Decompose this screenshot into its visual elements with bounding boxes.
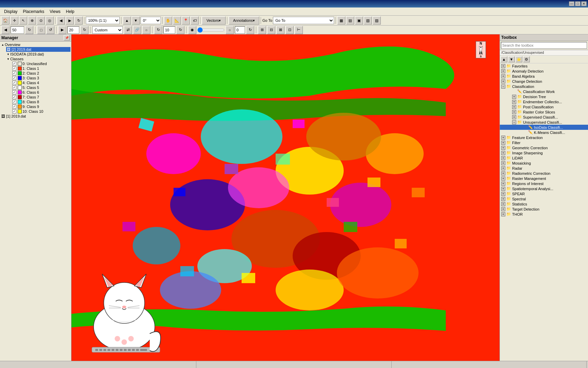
toolbox-item-10[interactable]: +📁Supervised Classifi... — [500, 114, 588, 120]
btn-refresh3[interactable]: ↻ — [80, 26, 88, 34]
btn-tool2[interactable]: ⊟ — [267, 26, 275, 34]
annotations-button[interactable]: Annotations▾ — [229, 16, 259, 25]
expand-25[interactable]: + — [501, 192, 505, 196]
btn-play[interactable]: ▶ — [58, 26, 66, 34]
toolbox-item-11[interactable]: −📁Unsupervised Classifi... — [500, 120, 588, 125]
btn-tool3[interactable]: ⊠ — [276, 26, 284, 34]
expand-11[interactable]: − — [512, 120, 516, 124]
btn-tool1[interactable]: ⊞ — [258, 26, 266, 34]
toolbox-item-4[interactable]: −📁Classification — [500, 84, 588, 89]
btn-pan[interactable]: ✋ — [164, 16, 172, 25]
class-item-8[interactable]: ✓ 8: Class 8 — [12, 99, 70, 104]
expand-23[interactable]: + — [501, 182, 505, 186]
toolbox-item-6[interactable]: +📁Decision Tree — [500, 94, 588, 99]
expand-19[interactable]: + — [501, 161, 505, 165]
zoom-dropdown[interactable]: 100% (1:1) 50% 200% — [86, 17, 120, 24]
toolbox-item-0[interactable]: +📁Favorites — [500, 63, 588, 68]
expand-24[interactable]: + — [501, 187, 505, 191]
file-bottom-item[interactable]: 🖼 [1] 2019.dat — [1, 114, 70, 119]
minimize-button[interactable]: — — [569, 1, 574, 6]
toolbox-item-14[interactable]: +📁Feature Extraction — [500, 135, 588, 140]
class-item-3[interactable]: ✓ 3: Class 3 — [12, 76, 70, 80]
expand-29[interactable]: + — [501, 212, 505, 216]
value4-input[interactable] — [235, 26, 245, 34]
toolbox-item-20[interactable]: +📁Radar — [500, 166, 588, 171]
custom-dropdown[interactable]: Custom — [92, 26, 123, 34]
goto-dropdown[interactable]: Go To — [273, 17, 334, 24]
toolbox-item-13[interactable]: ✏️K-Means Classifi... — [500, 130, 588, 135]
toolbox-item-29[interactable]: +📁THOR — [500, 212, 588, 217]
toolbox-item-3[interactable]: +📁Change Detection — [500, 79, 588, 84]
toolbox-item-18[interactable]: +📁LiDAR — [500, 155, 588, 160]
expand-2[interactable]: + — [501, 74, 505, 78]
expand-15[interactable]: + — [501, 141, 505, 145]
expand-4[interactable]: − — [501, 85, 505, 89]
toolbox-item-1[interactable]: +📁Anomaly Detection — [500, 68, 588, 74]
class-checkbox-4[interactable]: ✓ — [12, 81, 16, 85]
expand-17[interactable]: + — [501, 151, 505, 155]
class-item-2[interactable]: ✓ 2: Class 2 — [12, 71, 70, 76]
class-checkbox-7[interactable]: ✓ — [12, 95, 16, 99]
class-item-1[interactable]: ✓ 1: Class 1 — [12, 66, 70, 71]
toolbox-item-12[interactable]: ✏️IsoData Classifi... — [500, 125, 588, 130]
btn-zoom-down[interactable]: ▼ — [132, 16, 140, 25]
btn-circle2[interactable]: ◉ — [188, 26, 196, 34]
maximize-button[interactable]: □ — [575, 1, 581, 6]
btn-measure[interactable]: 📐 — [173, 16, 181, 25]
btn-refresh4[interactable]: ↻ — [154, 26, 162, 34]
btn-nav1[interactable]: ⊕ — [28, 16, 36, 25]
btn-tool5[interactable]: ⊢ — [295, 26, 303, 34]
expand-18[interactable]: + — [501, 156, 505, 160]
toolbox-item-25[interactable]: +📁SPEAR — [500, 191, 588, 196]
btn-prev[interactable]: ◀ — [57, 16, 65, 25]
btn-back[interactable]: ◀ — [1, 26, 10, 34]
class-checkbox-10[interactable]: ✓ — [12, 109, 16, 113]
toolbox-btn2[interactable]: ⚙ — [523, 56, 530, 62]
btn-refresh5[interactable]: ↻ — [176, 26, 184, 34]
expand-7[interactable]: + — [512, 100, 516, 104]
toolbox-item-22[interactable]: +📁Raster Management — [500, 176, 588, 181]
class-item-0[interactable]: ✓ 0: Unclassified — [12, 61, 70, 66]
class-checkbox-1[interactable]: ✓ — [12, 66, 16, 71]
menu-display[interactable]: Display — [1, 9, 20, 15]
btn-nav3[interactable]: ◎ — [46, 16, 54, 25]
toolbox-nav-down[interactable]: ▼ — [508, 56, 515, 62]
file-selected-item[interactable]: 🖼 [2] 2019.dat — [6, 47, 70, 52]
rotation-dropdown[interactable]: 0° 90° 180° — [141, 17, 161, 24]
map-area[interactable]: N S — [71, 34, 500, 361]
expand-10[interactable]: + — [512, 115, 516, 119]
menu-views[interactable]: Views — [47, 9, 63, 15]
btn-crosshair[interactable]: ✛ — [10, 16, 18, 25]
btn-refresh6[interactable]: ↻ — [246, 26, 254, 34]
toolbox-item-15[interactable]: +📁Filter — [500, 140, 588, 145]
toolbox-item-24[interactable]: +📁Spatiotemporal Analysi... — [500, 186, 588, 191]
vectors-button[interactable]: Vectors▾ — [202, 16, 226, 25]
class-item-4[interactable]: ✓ 4: Class 4 — [12, 80, 70, 85]
btn-link[interactable]: 🔗 — [133, 26, 141, 34]
value2-input[interactable] — [67, 26, 79, 34]
expand-14[interactable]: + — [501, 136, 505, 140]
class-checkbox-8[interactable]: ✓ — [12, 100, 16, 104]
btn-display2[interactable]: ▤ — [346, 16, 354, 25]
toolbox-item-5[interactable]: ✏️Classification Work — [500, 89, 588, 94]
toolbox-item-26[interactable]: +📁Spectral — [500, 196, 588, 201]
menu-help[interactable]: Help — [63, 9, 77, 15]
toolbox-search-input[interactable] — [501, 42, 587, 49]
classes-item[interactable]: ▼ Classes — [6, 57, 70, 61]
btn-label[interactable]: 🏷 — [191, 16, 199, 25]
class-checkbox-3[interactable]: ✓ — [12, 76, 16, 80]
expand-16[interactable]: + — [501, 146, 505, 150]
class-item-6[interactable]: ✓ 6: Class 6 — [12, 90, 70, 95]
expand-26[interactable]: + — [501, 197, 505, 201]
toolbox-item-2[interactable]: +📁Band Algebra — [500, 74, 588, 79]
toolbox-item-17[interactable]: +📁Image Sharpening — [500, 150, 588, 155]
toolbox-item-8[interactable]: +📁Post Classification — [500, 104, 588, 109]
expand-0[interactable]: + — [501, 64, 505, 68]
toolbox-btn1[interactable]: ⭐ — [516, 56, 522, 62]
btn-display5[interactable]: ▨ — [373, 16, 381, 25]
expand-21[interactable]: + — [501, 171, 505, 175]
value3-input[interactable] — [163, 26, 175, 34]
btn-roi[interactable]: 📍 — [182, 16, 190, 25]
expand-1[interactable]: + — [501, 69, 505, 73]
manager-pin-btn[interactable]: 📌 — [64, 35, 70, 41]
